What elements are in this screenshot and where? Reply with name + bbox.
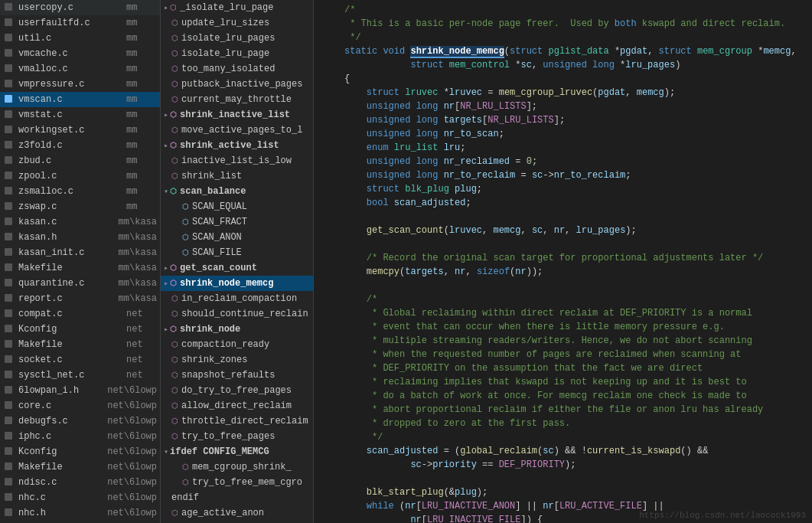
file-item[interactable]: nhc.hnet\6lowp [0,505,160,521]
file-item[interactable]: debugfs.cnet\6lowp [0,413,160,429]
symbol-item[interactable]: ⬡ throttle_direct_reclaim [161,413,313,429]
file-item[interactable]: Kconfignet\6lowp [0,444,160,459]
symbol-item[interactable]: ⬡ too_many_isolated [161,61,313,77]
file-item[interactable]: Kconfignet [0,322,160,337]
file-icon [5,172,15,181]
symbol-item[interactable]: ▸⬡ shrink_inactive_list [161,107,313,123]
symbol-item[interactable]: ⬡ do_try_to_free_pages [161,383,313,398]
file-item[interactable]: zsmalloc.cmm [0,184,160,199]
symbol-item[interactable]: ⬡ SCAN_FRACT [161,214,313,230]
file-item[interactable]: Makefilemm\kasa [0,260,160,276]
collapse-icon[interactable]: ▸ [164,141,168,150]
symbol-item[interactable]: ⬡ SCAN_FILE [161,245,313,260]
file-item[interactable]: vmalloc.cmm [0,61,160,77]
symbol-item[interactable]: ▸⬡ shrink_active_list [161,138,313,153]
file-item[interactable]: workingset.cmm [0,123,160,138]
symbol-item[interactable]: ▸⬡ get_scan_count [161,260,313,276]
collapse-icon[interactable]: ▸ [164,325,168,334]
symbol-item[interactable]: ⬡ isolate_lru_page [161,46,313,61]
file-item[interactable]: vmcache.cmm [0,46,160,61]
code-content: sc->priority == DEF_PRIORITY); [344,458,576,472]
file-item[interactable]: userfaultfd.cmm [0,15,160,31]
symbol-item[interactable]: ▾ifdef CONFIG_MEMCG [161,444,313,459]
file-item[interactable]: zpool.cmm [0,168,160,184]
symbol-item[interactable]: ⬡ in_reclaim_compaction [161,291,313,306]
file-item[interactable]: z3fold.cmm [0,138,160,153]
file-panel[interactable]: usercopy.cmmuserfaultfd.cmmutil.cmmvmcac… [0,0,161,523]
file-ext: net\6lowp [107,508,157,518]
symbol-item[interactable]: endif [161,490,313,505]
file-item[interactable]: zbud.cmm [0,153,160,168]
symbol-panel[interactable]: ▸⬡ _isolate_lru_page ⬡ update_lru_sizes … [161,0,314,523]
file-item[interactable]: kasan_init.cmm\kasa [0,245,160,260]
file-item[interactable]: compat.cnet [0,306,160,322]
symbol-item[interactable]: ⬡ move_active_pages_to_l [161,123,313,138]
file-item[interactable]: nhc.cnet\6lowp [0,490,160,505]
file-name: vmpressure.c [18,79,123,90]
symbol-item[interactable]: ⬡ putback_inactive_pages [161,77,313,92]
file-item[interactable]: iphc.cnet\6lowp [0,429,160,444]
file-item[interactable]: core.cnet\6lowp [0,398,160,413]
symbol-item[interactable]: ⬡ snapshot_refaults [161,368,313,383]
watermark: https://blog.csdn.net/laocock1993 [639,511,806,520]
file-icon [5,355,15,365]
symbol-item[interactable]: ⬡ try_to_free_mem_cgro [161,475,313,490]
symbol-label: get_scan_count [180,263,257,273]
symbol-label: move_active_pages_to_l [181,125,302,136]
file-item[interactable]: zswap.cmm [0,199,160,214]
collapse-icon[interactable]: ▸ [164,279,168,288]
symbol-item[interactable]: ⬡ should_continue_reclain [161,306,313,322]
func-icon: ⬡ [171,432,178,441]
file-item[interactable]: report.cmm\kasa [0,291,160,306]
code-content: * dropped to zero at the first pass. [344,417,570,430]
file-ext: mm\kasa [119,232,157,243]
file-item[interactable]: vmpressure.cmm [0,77,160,92]
collapse-icon[interactable]: ▾ [164,187,168,196]
file-item[interactable]: kasan.hmm\kasa [0,230,160,245]
file-item[interactable]: ndisc.cnet\6lowp [0,475,160,490]
file-item[interactable]: Makefilenet\6lowp [0,459,160,475]
func-icon: ⬡ [171,172,178,181]
symbol-label: update_lru_sizes [181,18,269,28]
symbol-item[interactable]: ▸⬡ _isolate_lru_page [161,0,313,15]
file-item[interactable]: socket.cnet [0,352,160,368]
symbol-item[interactable]: ⬡ allow_direct_reclaim [161,398,313,413]
file-item[interactable]: 6lowpan_i.hnet\6lowp [0,383,160,398]
file-name: userfaultfd.c [18,18,123,28]
symbol-item[interactable]: ⬡ inactive_list_is_low [161,153,313,168]
symbol-item[interactable]: ⬡ shrink_zones [161,352,313,368]
symbol-item[interactable]: ⬡ age_active_anon [161,505,313,521]
collapse-icon[interactable]: ▸ [164,3,168,12]
file-item[interactable]: util.cmm [0,31,160,46]
func-icon: ⬡ [171,401,178,410]
symbol-item[interactable]: ▾⬡ scan_balance [161,184,313,199]
code-content: nr[LRU_INACTIVE_FILE]) { [344,513,543,523]
symbol-item[interactable]: ⬡ SCAN_EQUAL [161,199,313,214]
file-item[interactable]: Makefilenet [0,337,160,352]
file-item[interactable]: vmstat.cmm [0,107,160,123]
symbol-item[interactable]: ⬡ shrink_list [161,168,313,184]
file-icon [5,371,15,381]
symbol-item[interactable]: ⬡ compaction_ready [161,337,313,352]
file-icon [5,309,15,319]
symbol-item[interactable]: ⬡ mem_cgroup_shrink_ [161,459,313,475]
func-icon: ⬡ [171,80,178,89]
file-item[interactable]: vmscan.cmm [0,92,160,107]
file-item[interactable]: sysctl_net.cnet [0,368,160,383]
collapse-icon[interactable]: ▸ [164,110,168,119]
symbol-item[interactable]: ⬡ try_to_free_pages [161,429,313,444]
line-number [314,141,344,155]
file-name: vmcache.c [18,48,123,59]
file-item[interactable]: quarantine.cmm\kasa [0,276,160,291]
file-item[interactable]: kasan.cmm\kasa [0,214,160,230]
symbol-item[interactable]: ⬡ current_may_throttle [161,92,313,107]
symbol-item[interactable]: ⬡ isolate_lru_pages [161,31,313,46]
code-panel[interactable]: /* * This is a basic per-node page freer… [314,0,812,523]
collapse-icon[interactable]: ▸ [164,263,168,273]
symbol-item[interactable]: ⬡ SCAN_ANON [161,230,313,245]
file-item[interactable]: usercopy.cmm [0,0,160,15]
symbol-item[interactable]: ⬡ update_lru_sizes [161,15,313,31]
symbol-item[interactable]: ▸⬡ shrink_node [161,322,313,337]
symbol-item[interactable]: ▸⬡ shrink_node_memcg [161,276,313,291]
collapse-icon[interactable]: ▾ [164,447,168,456]
